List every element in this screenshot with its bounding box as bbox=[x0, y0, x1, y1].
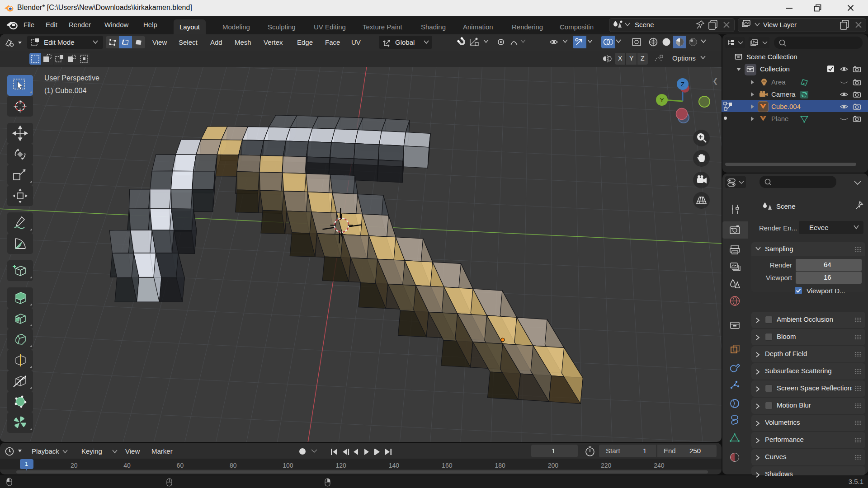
svg-text:Z: Z bbox=[681, 81, 684, 88]
svg-text:Y: Y bbox=[660, 97, 664, 103]
